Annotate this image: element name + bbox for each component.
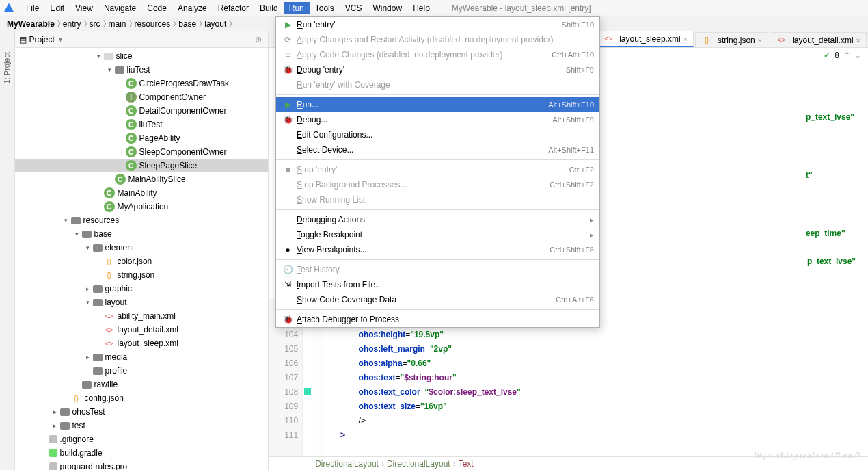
tree-label: MyApplication	[118, 202, 169, 211]
tree-node[interactable]: ▾element	[15, 241, 269, 254]
json-icon: {}	[71, 393, 82, 404]
menu-item[interactable]: Show Code Coverage DataCtrl+Alt+F6	[276, 292, 599, 307]
menu-view[interactable]: View	[70, 2, 98, 14]
close-icon[interactable]: ×	[758, 36, 762, 44]
tree-node[interactable]: CPageAbility	[15, 131, 269, 145]
xml-icon: <>	[603, 34, 614, 44]
breadcrumb-item[interactable]: resources	[131, 19, 175, 29]
breadcrumb-item[interactable]: base	[174, 19, 200, 29]
tree-node[interactable]: .gitignore	[15, 432, 269, 446]
close-icon[interactable]: ×	[856, 36, 860, 44]
project-tree[interactable]: ▾slice▾liuTestCCircleProgressDrawTaskICo…	[15, 48, 269, 470]
menu-refactor[interactable]: Refactor	[213, 2, 254, 14]
editor-tab[interactable]: <>layout_sleep.xml×	[597, 31, 694, 47]
xml-icon: <>	[104, 338, 115, 349]
folder-icon	[82, 381, 92, 389]
menu-item: Stop Background Processes...Ctrl+Shift+F…	[276, 177, 599, 192]
menu-item: ■Stop 'entry'Ctrl+F2	[276, 162, 599, 177]
tree-node[interactable]: proguard-rules.pro	[15, 460, 269, 470]
tree-node[interactable]: {}color.json	[15, 254, 269, 268]
breadcrumb-item[interactable]: MyWearable	[3, 19, 59, 29]
tree-label: .gitignore	[60, 434, 94, 444]
tree-node[interactable]: {}config.json	[15, 391, 269, 405]
menu-item[interactable]: 🐞Debug 'entry'Shift+F9	[276, 62, 599, 77]
menu-analyze[interactable]: Analyze	[172, 2, 213, 14]
menu-item[interactable]: Toggle Breakpoint▸	[276, 227, 599, 242]
I-icon: I	[126, 92, 137, 103]
tree-node[interactable]: CliuTest	[15, 118, 269, 131]
tool-tab-project[interactable]: 1: Project	[1, 48, 12, 88]
menu-build[interactable]: Build	[254, 2, 284, 14]
tree-node[interactable]: ▾layout	[15, 296, 269, 309]
dropdown-arrow-icon[interactable]: ▼	[57, 36, 64, 43]
inspection-status[interactable]: ✓ 8 ⌃ ⌄	[824, 49, 861, 62]
tree-node[interactable]: IComponentOwner	[15, 90, 269, 104]
menu-vcs[interactable]: VCS	[340, 2, 368, 14]
editor-breadcrumb[interactable]: DirectionalLayout› DirectionalLayout› Te…	[269, 456, 868, 470]
tree-node[interactable]: <>ability_main.xml	[15, 309, 269, 323]
menu-item[interactable]: ⇲Import Tests from File...	[276, 277, 599, 292]
chevron-up-icon[interactable]: ⌃	[843, 51, 850, 60]
tree-node[interactable]: ▸ohosTest	[15, 405, 269, 419]
menu-item[interactable]: 🐞Debug...Alt+Shift+F9	[276, 112, 599, 127]
menu-item[interactable]: Select Device...Alt+Shift+F11	[276, 142, 599, 157]
tree-node[interactable]: <>layout_sleep.xml	[15, 337, 269, 350]
breadcrumb-item[interactable]: entry	[59, 19, 85, 29]
menu-item-icon: 🐞	[282, 315, 294, 324]
menu-run[interactable]: Run	[284, 2, 310, 14]
tree-node[interactable]: ▾liuTest	[15, 63, 269, 77]
tree-label: base	[94, 229, 112, 239]
folder-icon	[60, 422, 70, 430]
menu-item[interactable]: ▶Run 'entry'Shift+F10	[276, 17, 599, 32]
menu-item-label: Select Device...	[294, 145, 548, 155]
menu-item-icon: ▶	[282, 100, 294, 109]
tree-node[interactable]: build.gradle	[15, 446, 269, 460]
tree-node[interactable]: CCircleProgressDrawTask	[15, 77, 269, 90]
code-frag: t"	[806, 168, 857, 183]
menu-tools[interactable]: Tools	[310, 2, 340, 14]
tree-node[interactable]: ▾base	[15, 227, 269, 241]
tree-node[interactable]: ▾slice	[15, 49, 269, 63]
editor-tab[interactable]: <>layout_detail.xml×	[770, 32, 867, 47]
tree-node[interactable]: <>layout_detail.xml	[15, 323, 269, 337]
tree-node[interactable]: {}string.json	[15, 268, 269, 282]
project-pane-title[interactable]: Project	[29, 35, 55, 44]
editor-tab[interactable]: {}string.json×	[695, 32, 768, 47]
menu-item-label: Test History	[294, 265, 594, 274]
tree-node[interactable]: CMainAbility	[15, 186, 269, 200]
menu-navigate[interactable]: Navigate	[98, 2, 141, 14]
tree-node[interactable]: ▸test	[15, 419, 269, 432]
menu-item[interactable]: 🐞Attach Debugger to Process	[276, 312, 599, 327]
tree-node[interactable]: ▾resources	[15, 213, 269, 227]
breadcrumb-item[interactable]: main	[105, 19, 131, 29]
tree-label: SleepPageSlice	[139, 161, 198, 170]
tree-node[interactable]: CMainAbilitySlice	[15, 172, 269, 186]
menu-edit[interactable]: Edit	[44, 2, 70, 14]
tree-node[interactable]: CSleepComponentOwner	[15, 145, 269, 159]
menu-window[interactable]: Window	[367, 2, 407, 14]
chevron-down-icon[interactable]: ⌄	[854, 51, 861, 60]
breadcrumb-item[interactable]: src	[85, 19, 105, 29]
tree-node[interactable]: CDetailComponentOwner	[15, 104, 269, 118]
menu-item[interactable]: ▶Run...Alt+Shift+F10	[276, 97, 599, 112]
tree-node[interactable]: profile	[15, 364, 269, 378]
breadcrumb-item[interactable]: layout	[200, 19, 230, 29]
menu-item[interactable]: ●View Breakpoints...Ctrl+Shift+F8	[276, 242, 599, 257]
tree-node[interactable]: ▸media	[15, 350, 269, 364]
locate-icon[interactable]: ⊕	[253, 34, 264, 45]
tree-label: build.gradle	[60, 448, 103, 458]
menu-code[interactable]: Code	[141, 2, 172, 14]
tree-node[interactable]: CMyApplication	[15, 200, 269, 213]
tree-node[interactable]: CSleepPageSlice	[15, 159, 269, 172]
C-icon: C	[115, 174, 126, 185]
menu-file[interactable]: File	[21, 2, 44, 14]
tree-node[interactable]: rawfile	[15, 378, 269, 391]
menu-help[interactable]: Help	[407, 2, 435, 14]
tree-label: profile	[105, 366, 128, 376]
tree-node[interactable]: ▸graphic	[15, 282, 269, 296]
menu-item[interactable]: Edit Configurations...	[276, 127, 599, 142]
tree-label: string.json	[118, 270, 155, 280]
menu-item[interactable]: Debugging Actions▸	[276, 212, 599, 227]
tree-label: DetailComponentOwner	[139, 106, 227, 116]
close-icon[interactable]: ×	[683, 35, 688, 43]
